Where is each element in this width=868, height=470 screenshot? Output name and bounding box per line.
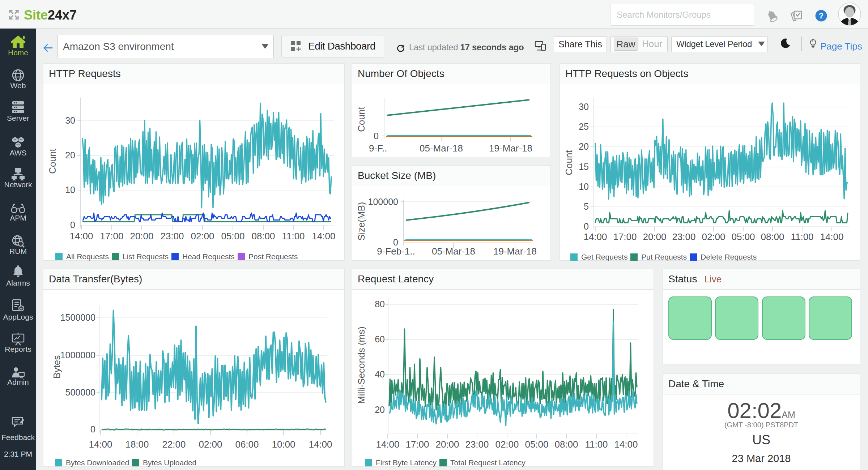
svg-text:05-Mar-18: 05-Mar-18: [420, 143, 463, 154]
svg-text:06:00: 06:00: [235, 439, 259, 450]
svg-text:1000000: 1000000: [60, 350, 95, 360]
svg-text:08:00: 08:00: [761, 231, 784, 242]
svg-text:02:00: 02:00: [495, 439, 519, 450]
svg-text:19-Mar-18: 19-Mar-18: [489, 143, 532, 154]
svg-text:02:00: 02:00: [199, 439, 222, 450]
svg-text:14:00: 14:00: [309, 439, 332, 450]
svg-text:9-Feb-1..: 9-Feb-1..: [377, 246, 415, 257]
svg-text:20:00: 20:00: [130, 231, 153, 242]
svg-text:10: 10: [579, 181, 589, 192]
svg-text:Bytes Downloaded: Bytes Downloaded: [66, 458, 129, 467]
svg-text:First Byte Latency: First Byte Latency: [376, 458, 437, 467]
svg-text:30: 30: [579, 102, 589, 112]
svg-text:10:00: 10:00: [272, 439, 295, 450]
svg-text:02:00: 02:00: [191, 231, 214, 242]
svg-text:0: 0: [70, 220, 75, 230]
svg-text:11:00: 11:00: [585, 439, 608, 450]
svg-text:14:00: 14:00: [89, 439, 112, 450]
svg-text:Delete Requests: Delete Requests: [701, 253, 757, 261]
svg-text:0: 0: [374, 131, 379, 141]
svg-text:05:00: 05:00: [221, 231, 244, 242]
svg-text:40: 40: [375, 369, 385, 379]
svg-text:Bytes Uploaded: Bytes Uploaded: [143, 458, 196, 467]
svg-text:Count: Count: [356, 107, 367, 132]
svg-text:14:00: 14:00: [820, 231, 843, 242]
svg-text:500000: 500000: [65, 387, 95, 397]
svg-text:30: 30: [65, 115, 75, 125]
svg-text:23:00: 23:00: [672, 231, 695, 242]
svg-text:Count: Count: [563, 150, 574, 175]
svg-text:20:00: 20:00: [435, 439, 459, 450]
svg-text:15: 15: [579, 162, 589, 172]
svg-text:05-Mar-18: 05-Mar-18: [432, 246, 475, 257]
svg-text:10: 10: [65, 185, 75, 195]
svg-text:18:00: 18:00: [125, 439, 149, 450]
svg-text:14:00: 14:00: [614, 439, 638, 450]
svg-text:?: ?: [819, 11, 824, 20]
svg-text:23:00: 23:00: [465, 439, 489, 450]
svg-text:05:00: 05:00: [731, 231, 755, 242]
svg-text:5: 5: [584, 201, 589, 212]
svg-text:60: 60: [375, 334, 385, 344]
svg-text:17:00: 17:00: [405, 439, 429, 450]
svg-text:Bytes: Bytes: [51, 355, 62, 379]
svg-text:22:00: 22:00: [162, 439, 186, 450]
svg-text:0: 0: [90, 424, 95, 434]
svg-text:11:00: 11:00: [282, 231, 305, 242]
svg-text:Get Requests: Get Requests: [581, 253, 627, 261]
svg-text:20: 20: [579, 141, 589, 151]
svg-text:14:00: 14:00: [583, 231, 607, 242]
svg-text:Put Requests: Put Requests: [641, 253, 687, 261]
svg-text:Milli-Seconds (ms): Milli-Seconds (ms): [356, 326, 367, 404]
svg-text:08:00: 08:00: [554, 439, 578, 450]
svg-text:20: 20: [65, 150, 75, 160]
svg-text:Total Request Latency: Total Request Latency: [450, 458, 526, 467]
svg-text:05:00: 05:00: [525, 439, 548, 450]
svg-text:List Requests: List Requests: [123, 252, 169, 261]
svg-text:14:00: 14:00: [69, 231, 93, 242]
svg-text:All Requests: All Requests: [66, 252, 109, 261]
svg-text:20: 20: [375, 405, 385, 415]
svg-text:23:00: 23:00: [160, 231, 184, 242]
svg-text:02:00: 02:00: [702, 231, 725, 242]
svg-text:Size(MB): Size(MB): [356, 202, 367, 241]
svg-text:19-Mar-18: 19-Mar-18: [493, 246, 537, 257]
svg-text:Post Requests: Post Requests: [248, 252, 298, 261]
svg-text:0: 0: [584, 221, 589, 231]
svg-text:Count: Count: [47, 149, 58, 174]
svg-text:20:00: 20:00: [643, 231, 666, 242]
svg-text:1500000: 1500000: [60, 312, 95, 322]
svg-text:08:00: 08:00: [251, 231, 275, 242]
svg-text:17:00: 17:00: [100, 231, 123, 242]
svg-text:25: 25: [579, 121, 589, 132]
svg-text:14:00: 14:00: [376, 439, 399, 450]
svg-text:11:00: 11:00: [791, 231, 813, 242]
svg-text:17:00: 17:00: [613, 231, 637, 242]
svg-text:9-F..: 9-F..: [369, 143, 387, 154]
svg-text:Head Requests: Head Requests: [182, 252, 235, 261]
svg-text:100000: 100000: [368, 197, 398, 207]
svg-text:14:00: 14:00: [312, 231, 335, 242]
svg-text:80: 80: [375, 299, 385, 309]
